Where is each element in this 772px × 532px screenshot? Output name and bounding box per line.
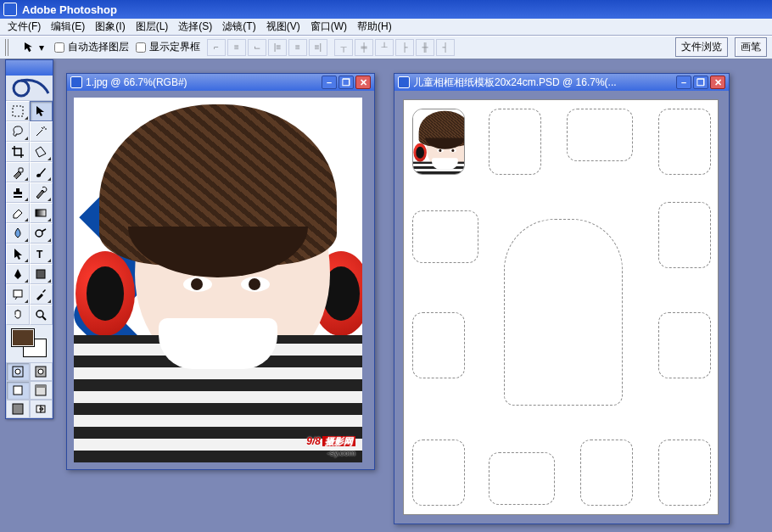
svg-point-0: [14, 81, 29, 96]
doc2-canvas-area[interactable]: [394, 91, 729, 524]
show-bbox-label: 显示定界框: [149, 40, 200, 54]
crop-tool[interactable]: [6, 142, 30, 162]
template-slot-12[interactable]: [658, 440, 711, 506]
auto-select-layer-checkbox[interactable]: 自动选择图层: [54, 40, 129, 54]
template-slot-1-filled[interactable]: [412, 109, 465, 175]
options-bar: ▾ 自动选择图层 显示定界框 ⌐ ≡ ⌙ |≡ ≡ ≡| ┬ ╪ ┴ ├ ╫ ┤…: [0, 36, 772, 59]
tool-preset-picker[interactable]: ▾: [19, 39, 48, 56]
blur-tool[interactable]: [6, 223, 30, 244]
template-slot-5[interactable]: [412, 210, 478, 263]
notes-tool[interactable]: [6, 284, 30, 305]
doc2-title-bar[interactable]: 儿童相框相纸模板20x24cm.PSD @ 16.7%(... – ❐ ✕: [394, 74, 729, 91]
file-browser-button[interactable]: 文件浏览: [675, 37, 728, 57]
menu-edit[interactable]: 编辑(E): [47, 18, 89, 36]
distribute-right-icon[interactable]: ┤: [436, 39, 455, 56]
brush-tool[interactable]: [30, 162, 53, 182]
template-slot-center[interactable]: [504, 219, 623, 406]
svg-point-10: [15, 369, 20, 374]
align-hcenter-icon[interactable]: ≡: [288, 39, 307, 56]
stamp-tool[interactable]: [6, 182, 30, 203]
eraser-tool[interactable]: [6, 203, 30, 223]
align-vcenter-icon[interactable]: ≡: [227, 39, 246, 56]
doc2-maximize-button[interactable]: ❐: [693, 76, 708, 89]
white-collar: [159, 318, 277, 369]
menu-file[interactable]: 文件(F): [3, 18, 45, 36]
svg-rect-13: [14, 386, 22, 395]
template-slot-8[interactable]: [658, 312, 711, 378]
magic-wand-tool[interactable]: [30, 121, 53, 142]
template-slot-3[interactable]: [567, 109, 633, 161]
template-slot-9[interactable]: [412, 440, 465, 506]
template-slot-10[interactable]: [489, 452, 555, 505]
slice-tool[interactable]: [30, 142, 53, 162]
dodge-tool[interactable]: [30, 223, 53, 244]
tool-grid: T: [6, 101, 53, 325]
type-tool[interactable]: T: [30, 244, 53, 264]
standard-mode-button[interactable]: [6, 362, 30, 381]
shape-tool[interactable]: [30, 264, 53, 284]
doc1-maximize-button[interactable]: ❐: [338, 76, 354, 89]
menu-select[interactable]: 选择(S): [174, 18, 216, 36]
doc2-close-button[interactable]: ✕: [710, 76, 725, 89]
doc2-minimize-button[interactable]: –: [676, 76, 691, 89]
eye-left: [183, 277, 212, 292]
watermark: 9/8摄影网 -sy.com: [306, 431, 355, 457]
menu-filter[interactable]: 滤镜(T): [218, 18, 260, 36]
headphone-left: [76, 251, 135, 336]
distribute-left-icon[interactable]: ├: [395, 39, 414, 56]
doc1-minimize-button[interactable]: –: [322, 76, 337, 89]
move-tool[interactable]: [30, 101, 53, 121]
marquee-tool[interactable]: [6, 101, 30, 121]
svg-rect-15: [36, 385, 46, 388]
template-canvas: [403, 99, 719, 515]
app-title: Adobe Photoshop: [22, 3, 117, 16]
gradient-tool[interactable]: [30, 203, 53, 223]
template-slot-6[interactable]: [658, 202, 711, 268]
options-grip[interactable]: [5, 39, 10, 56]
pen-tool[interactable]: [6, 264, 30, 284]
screen-fullmenubar-button[interactable]: [30, 381, 53, 400]
svg-rect-16: [13, 404, 23, 414]
eyedropper-tool[interactable]: [30, 284, 53, 305]
quickmask-mode-button[interactable]: [30, 362, 53, 381]
menu-layer[interactable]: 图层(L): [131, 18, 173, 36]
svg-point-4: [36, 230, 42, 237]
align-left-icon[interactable]: |≡: [268, 39, 287, 56]
menu-window[interactable]: 窗口(W): [306, 18, 351, 36]
template-slot-11[interactable]: [580, 440, 633, 506]
lasso-tool[interactable]: [6, 121, 30, 142]
screen-full-button[interactable]: [6, 400, 30, 418]
doc1-canvas-area[interactable]: 9/8摄影网 -sy.com: [67, 91, 374, 469]
distribute-hcenter-icon[interactable]: ╫: [416, 39, 434, 56]
menu-view[interactable]: 视图(V): [262, 18, 305, 36]
menu-help[interactable]: 帮助(H): [353, 18, 396, 36]
chevron-down-icon: ▾: [39, 42, 44, 53]
template-slot-2[interactable]: [489, 109, 541, 175]
distribute-bottom-icon[interactable]: ┴: [375, 39, 394, 56]
screen-standard-button[interactable]: [6, 381, 30, 400]
document-window-1[interactable]: 1.jpg @ 66.7%(RGB#) – ❐ ✕: [66, 73, 375, 470]
toolbox-title-bar[interactable]: [6, 60, 53, 76]
align-right-icon[interactable]: ≡|: [309, 39, 327, 56]
healing-brush-tool[interactable]: [6, 162, 30, 182]
menu-image[interactable]: 图象(I): [91, 18, 129, 36]
document-window-2[interactable]: 儿童相框相纸模板20x24cm.PSD @ 16.7%(... – ❐ ✕: [394, 73, 730, 524]
align-top-icon[interactable]: ⌐: [207, 39, 226, 56]
template-slot-7[interactable]: [412, 312, 465, 378]
zoom-tool[interactable]: [30, 305, 53, 325]
doc1-close-button[interactable]: ✕: [355, 76, 371, 89]
path-select-tool[interactable]: [6, 244, 30, 264]
hand-tool[interactable]: [6, 305, 30, 325]
doc1-title-bar[interactable]: 1.jpg @ 66.7%(RGB#) – ❐ ✕: [67, 74, 374, 91]
distribute-top-icon[interactable]: ┬: [334, 39, 353, 56]
template-slot-4[interactable]: [658, 109, 711, 175]
foreground-color-swatch[interactable]: [11, 328, 35, 347]
show-bounding-box-checkbox[interactable]: 显示定界框: [136, 40, 200, 54]
brushes-button[interactable]: 画笔: [735, 37, 767, 57]
distribute-vcenter-icon[interactable]: ╪: [355, 39, 373, 56]
jump-to-imageready-button[interactable]: [30, 400, 53, 418]
toolbox-panel[interactable]: T: [5, 59, 53, 419]
history-brush-tool[interactable]: [30, 182, 53, 203]
align-bottom-icon[interactable]: ⌙: [248, 39, 266, 56]
photoshop-logo-icon[interactable]: [6, 76, 53, 101]
